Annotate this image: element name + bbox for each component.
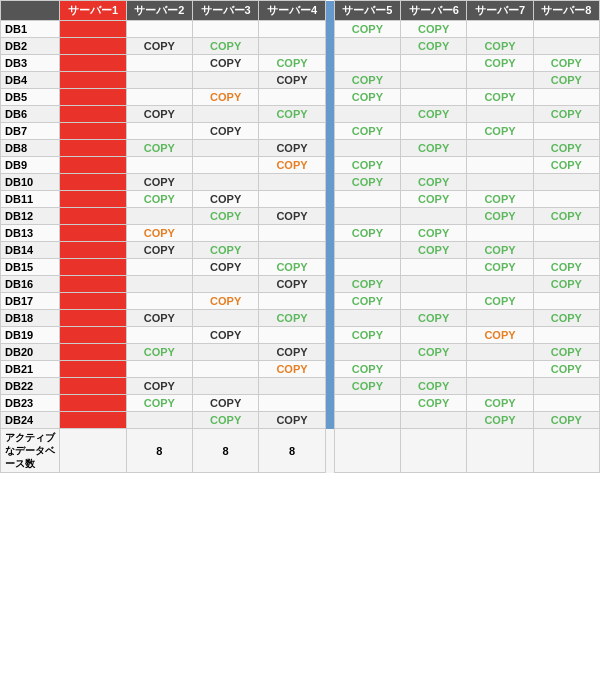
cell-s8: COPY — [533, 361, 599, 378]
cell-s6 — [401, 123, 467, 140]
cell-s8 — [533, 293, 599, 310]
cell-s2 — [126, 259, 192, 276]
cell-s4 — [259, 123, 325, 140]
cell-s4 — [259, 378, 325, 395]
cell-s2 — [126, 123, 192, 140]
gap-cell — [325, 242, 334, 259]
cell-s4: COPY — [259, 344, 325, 361]
footer-gap — [325, 429, 334, 473]
footer-row: アクティブなデータベース数 8 8 8 — [1, 429, 600, 473]
cell-s1 — [60, 361, 126, 378]
cell-s2 — [126, 276, 192, 293]
table-row: DB12COPYCOPYCOPYCOPY — [1, 208, 600, 225]
cell-s2: COPY — [126, 191, 192, 208]
cell-db-name: DB24 — [1, 412, 60, 429]
cell-s2 — [126, 293, 192, 310]
cell-s4 — [259, 191, 325, 208]
cell-s1 — [60, 259, 126, 276]
header-db — [1, 1, 60, 21]
cell-s5: COPY — [334, 123, 400, 140]
gap-cell — [325, 140, 334, 157]
cell-s5 — [334, 208, 400, 225]
cell-s7 — [467, 225, 533, 242]
cell-s1 — [60, 140, 126, 157]
cell-s7: COPY — [467, 123, 533, 140]
cell-s8 — [533, 38, 599, 55]
cell-s6 — [401, 72, 467, 89]
cell-s1 — [60, 293, 126, 310]
cell-s6: COPY — [401, 174, 467, 191]
cell-db-name: DB21 — [1, 361, 60, 378]
cell-s1 — [60, 412, 126, 429]
cell-s4: COPY — [259, 259, 325, 276]
cell-db-name: DB17 — [1, 293, 60, 310]
cell-s3 — [193, 310, 259, 327]
cell-s1 — [60, 21, 126, 38]
cell-s2 — [126, 55, 192, 72]
cell-db-name: DB11 — [1, 191, 60, 208]
cell-s3 — [193, 361, 259, 378]
cell-s7 — [467, 72, 533, 89]
header-row: サーバー1 サーバー2 サーバー3 サーバー4 サーバー5 サーバー6 サーバー… — [1, 1, 600, 21]
table-row: DB21COPYCOPYCOPY — [1, 361, 600, 378]
cell-s6 — [401, 208, 467, 225]
cell-s3: COPY — [193, 259, 259, 276]
gap-cell — [325, 191, 334, 208]
cell-s5 — [334, 106, 400, 123]
cell-s5 — [334, 55, 400, 72]
cell-s8 — [533, 21, 599, 38]
cell-s1 — [60, 242, 126, 259]
gap-cell — [325, 378, 334, 395]
cell-s2 — [126, 21, 192, 38]
cell-s8 — [533, 395, 599, 412]
header-s1: サーバー1 — [60, 1, 126, 21]
cell-s7: COPY — [467, 242, 533, 259]
gap-cell — [325, 106, 334, 123]
cell-s6 — [401, 293, 467, 310]
cell-s5: COPY — [334, 157, 400, 174]
header-s5: サーバー5 — [334, 1, 400, 21]
cell-s2: COPY — [126, 140, 192, 157]
cell-s3 — [193, 21, 259, 38]
cell-s7: COPY — [467, 208, 533, 225]
cell-db-name: DB7 — [1, 123, 60, 140]
cell-s7: COPY — [467, 327, 533, 344]
cell-s8 — [533, 123, 599, 140]
cell-s5 — [334, 191, 400, 208]
cell-s4: COPY — [259, 72, 325, 89]
gap-cell — [325, 293, 334, 310]
cell-s3: COPY — [193, 123, 259, 140]
cell-s1 — [60, 106, 126, 123]
cell-s6 — [401, 55, 467, 72]
cell-s8: COPY — [533, 259, 599, 276]
cell-s3: COPY — [193, 55, 259, 72]
gap-cell — [325, 157, 334, 174]
cell-s3: COPY — [193, 242, 259, 259]
cell-db-name: DB23 — [1, 395, 60, 412]
gap-cell — [325, 412, 334, 429]
footer-s8 — [533, 429, 599, 473]
cell-s4: COPY — [259, 157, 325, 174]
cell-s7: COPY — [467, 259, 533, 276]
gap-cell — [325, 395, 334, 412]
table-row: DB5COPYCOPYCOPY — [1, 89, 600, 106]
table-row: DB6COPYCOPYCOPYCOPY — [1, 106, 600, 123]
cell-s4 — [259, 327, 325, 344]
cell-s5 — [334, 242, 400, 259]
cell-s6 — [401, 157, 467, 174]
table-row: DB8COPYCOPYCOPYCOPY — [1, 140, 600, 157]
cell-s7 — [467, 344, 533, 361]
cell-s4: COPY — [259, 276, 325, 293]
cell-s2: COPY — [126, 378, 192, 395]
footer-s5 — [334, 429, 400, 473]
cell-s1 — [60, 89, 126, 106]
cell-s4: COPY — [259, 140, 325, 157]
cell-s6: COPY — [401, 378, 467, 395]
cell-db-name: DB14 — [1, 242, 60, 259]
cell-s8: COPY — [533, 140, 599, 157]
server-db-table: サーバー1 サーバー2 サーバー3 サーバー4 サーバー5 サーバー6 サーバー… — [0, 0, 600, 473]
cell-db-name: DB16 — [1, 276, 60, 293]
cell-s2: COPY — [126, 344, 192, 361]
cell-s4: COPY — [259, 208, 325, 225]
cell-s6: COPY — [401, 191, 467, 208]
